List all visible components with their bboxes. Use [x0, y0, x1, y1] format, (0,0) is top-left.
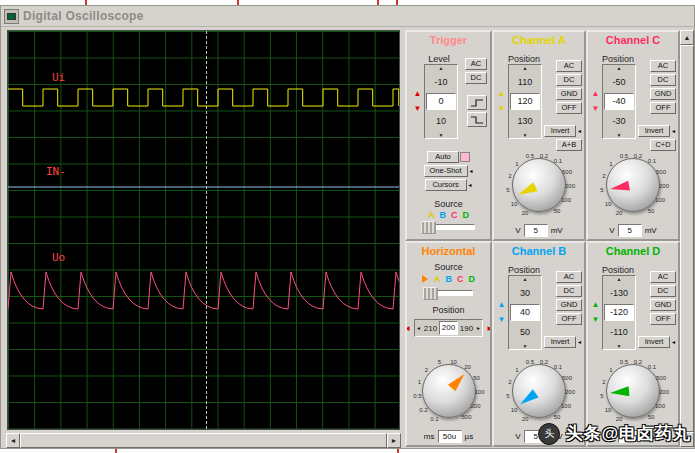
arrow-down-icon[interactable]: ▼ [497, 105, 506, 113]
invert-button[interactable]: Invert [544, 125, 576, 137]
one-shot-button[interactable]: One-Shot [424, 165, 468, 177]
arrow-down-icon[interactable]: ▼ [497, 316, 506, 324]
position-drum[interactable]: ▲ 30 40 50 ▼ [508, 275, 542, 350]
position-arrows[interactable]: ▲▼ [591, 90, 600, 113]
horizontal-source-slider[interactable] [423, 287, 473, 298]
arrow-left-icon[interactable]: ◄ [405, 324, 411, 333]
position-drum[interactable]: ▲ -50 -40 -30 ▼ [602, 64, 636, 139]
timebase-value[interactable]: 50u [438, 430, 462, 443]
dial-scale-label: 0.5 [620, 153, 628, 159]
position-current[interactable]: 120 [510, 93, 540, 110]
auto-button[interactable]: Auto [427, 151, 459, 163]
trigger-level-spinner[interactable]: ▲▼ ▲ -10 0 10 ▼ [413, 64, 458, 139]
ac-button[interactable]: AC [556, 60, 582, 72]
arrow-up-icon[interactable]: ▲ [591, 301, 600, 309]
channel-c-position-spinner[interactable]: ▲▼ ▲ -50 -40 -30 ▼ [591, 64, 636, 139]
source-a[interactable]: A [428, 210, 435, 220]
spin-down-icon[interactable]: ▼ [509, 343, 541, 349]
source-a[interactable]: A [434, 274, 441, 284]
arrow-up-icon[interactable]: ▲ [591, 90, 600, 98]
scale-value[interactable]: 5 [524, 224, 548, 237]
trigger-source-selector[interactable]: A B C D [407, 210, 490, 220]
horizontal-source-selector[interactable]: A B C D [407, 274, 490, 284]
level-arrows[interactable]: ▲▼ [413, 90, 422, 113]
position-arrows[interactable]: ▲▼ [591, 301, 600, 324]
arrow-down-icon[interactable]: ▼ [591, 105, 600, 113]
channel-b-knob[interactable] [512, 364, 566, 418]
spin-down-icon[interactable]: ▼ [425, 132, 457, 138]
invert-button[interactable]: Invert [638, 125, 670, 137]
arrow-up-icon[interactable]: ▲ [413, 90, 422, 98]
spin-down-icon[interactable]: ▼ [603, 132, 635, 138]
cursors-button[interactable]: Cursors [425, 179, 467, 191]
dc-button[interactable]: DC [650, 74, 676, 86]
arrow-up-icon[interactable]: ▲ [497, 90, 506, 98]
channel-b-position-spinner[interactable]: ▲▼ ▲ 30 40 50 ▼ [497, 275, 542, 350]
position-current[interactable]: 40 [510, 304, 540, 321]
position-drum[interactable]: ▲ 110 120 130 ▼ [508, 64, 542, 139]
trigger-source-slider[interactable] [421, 221, 475, 232]
position-drum[interactable]: ▲ -130 -120 -110 ▼ [602, 275, 636, 350]
spin-left-icon[interactable]: ◄ [415, 325, 422, 331]
scale-value[interactable]: 5 [618, 224, 642, 237]
horizontal-position-spinner[interactable]: ◄ ◄ 210 200 190 ► ► [407, 319, 490, 337]
trigger-ac-button[interactable]: AC [465, 58, 487, 70]
position-arrows[interactable]: ▲▼ [497, 90, 506, 113]
ac-button[interactable]: AC [650, 271, 676, 283]
off-button[interactable]: OFF [556, 313, 582, 325]
spin-down-icon[interactable]: ▼ [603, 343, 635, 349]
invert-button[interactable]: Invert [638, 336, 670, 348]
off-button[interactable]: OFF [556, 102, 582, 114]
source-b[interactable]: B [440, 210, 447, 220]
cursor-line[interactable] [206, 31, 207, 429]
arrow-up-icon[interactable]: ▲ [497, 301, 506, 309]
vertical-scrollbar[interactable]: ▲ ▼ [680, 30, 694, 447]
ac-button[interactable]: AC [650, 60, 676, 72]
horizontal-scrollbar-thumb[interactable] [20, 433, 387, 448]
channel-a-position-spinner[interactable]: ▲▼ ▲ 110 120 130 ▼ [497, 64, 542, 139]
gnd-button[interactable]: GND [556, 88, 582, 100]
source-c[interactable]: C [451, 210, 458, 220]
level-current[interactable]: 0 [426, 93, 456, 110]
scroll-right-icon[interactable]: ► [387, 433, 401, 448]
timebase-knob[interactable] [422, 364, 476, 418]
channel-c-knob[interactable] [606, 158, 660, 212]
gnd-button[interactable]: GND [556, 299, 582, 311]
invert-button[interactable]: Invert [544, 336, 576, 348]
level-drum[interactable]: ▲ -10 0 10 ▼ [424, 64, 458, 139]
rising-edge-button[interactable] [467, 95, 487, 110]
channel-a-knob[interactable] [512, 158, 566, 212]
dc-button[interactable]: DC [556, 285, 582, 297]
off-button[interactable]: OFF [650, 313, 676, 325]
slider-thumb[interactable] [423, 287, 438, 300]
position-drum[interactable]: ◄ 210 200 190 ► [414, 319, 483, 337]
falling-edge-button[interactable] [467, 112, 487, 127]
position-current[interactable]: -120 [604, 304, 634, 321]
dc-button[interactable]: DC [650, 285, 676, 297]
vertical-scrollbar-thumb[interactable] [680, 45, 694, 432]
position-current[interactable]: 200 [439, 321, 458, 335]
scroll-left-icon[interactable]: ◄ [6, 433, 20, 448]
spin-right-icon[interactable]: ► [475, 325, 482, 331]
dc-button[interactable]: DC [556, 74, 582, 86]
channel-d-position-spinner[interactable]: ▲▼ ▲ -130 -120 -110 ▼ [591, 275, 636, 350]
ac-button[interactable]: AC [556, 271, 582, 283]
arrow-down-icon[interactable]: ▼ [591, 316, 600, 324]
source-d[interactable]: D [469, 274, 476, 284]
source-b[interactable]: B [446, 274, 453, 284]
channel-d-knob[interactable] [606, 364, 660, 418]
title-bar[interactable]: Digital Oscilloscope [1, 6, 694, 27]
scroll-up-icon[interactable]: ▲ [680, 30, 694, 45]
trigger-dc-button[interactable]: DC [465, 72, 487, 84]
source-d[interactable]: D [463, 210, 470, 220]
spin-down-icon[interactable]: ▼ [509, 132, 541, 138]
gnd-button[interactable]: GND [650, 299, 676, 311]
slider-thumb[interactable] [421, 221, 436, 234]
arrow-down-icon[interactable]: ▼ [413, 105, 422, 113]
source-c[interactable]: C [457, 274, 464, 284]
position-current[interactable]: -40 [604, 93, 634, 110]
off-button[interactable]: OFF [650, 102, 676, 114]
gnd-button[interactable]: GND [650, 88, 676, 100]
horizontal-scrollbar[interactable]: ◄ ► [6, 433, 401, 448]
position-arrows[interactable]: ▲▼ [497, 301, 506, 324]
